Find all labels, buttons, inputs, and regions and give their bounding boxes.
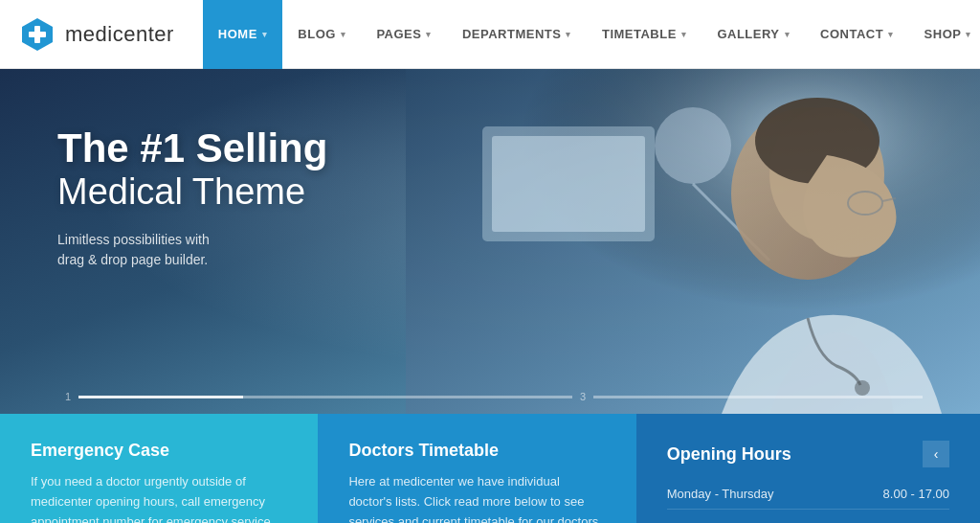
hours-title: Opening Hours	[667, 444, 791, 465]
emergency-text: If you need a doctor urgently outside of…	[31, 472, 287, 523]
emergency-title: Emergency Case	[31, 441, 287, 461]
hours-header: Opening Hours ‹	[667, 441, 949, 467]
hero-indicators: 1 3	[0, 391, 980, 402]
indicator-3: 3	[572, 391, 593, 402]
nav-item-pages[interactable]: PAGES ▾	[361, 0, 447, 69]
chevron-down-icon: ▾	[566, 30, 571, 39]
hero-title-bold: The #1 Selling	[57, 126, 327, 171]
indicator-line-4	[593, 396, 758, 398]
timetable-title: Doctors Timetable	[348, 441, 605, 461]
chevron-down-icon: ▾	[426, 30, 432, 39]
nav-item-blog[interactable]: BLOG ▾	[282, 0, 361, 69]
cards-row: Emergency Case If you need a doctor urge…	[0, 414, 980, 523]
chevron-down-icon: ▾	[888, 30, 894, 39]
chevron-down-icon: ▾	[966, 30, 971, 39]
logo-icon	[19, 16, 56, 53]
logo-text: medicenter	[65, 22, 174, 47]
chevron-down-icon: ▾	[341, 30, 346, 39]
indicator-line-2	[243, 396, 408, 398]
emergency-card: Emergency Case If you need a doctor urge…	[0, 414, 318, 523]
hours-row-1: Monday - Thursday 8.00 - 17.00	[667, 479, 949, 510]
timetable-card: Doctors Timetable Here at medicenter we …	[318, 414, 635, 523]
main-nav: HOME ▾ BLOG ▾ PAGES ▾ DEPARTMENTS ▾ TIME…	[203, 0, 980, 69]
indicator-line-3	[408, 396, 572, 398]
indicator-line-5	[758, 396, 923, 398]
chevron-down-icon: ▾	[785, 30, 791, 39]
nav-item-shop[interactable]: SHOP ▾	[909, 0, 980, 69]
svg-rect-6	[492, 136, 645, 232]
hours-card: Opening Hours ‹ Monday - Thursday 8.00 -…	[636, 414, 980, 523]
nav-item-departments[interactable]: DEPARTMENTS ▾	[447, 0, 587, 69]
indicator-line-1	[78, 396, 243, 398]
svg-rect-2	[29, 32, 46, 37]
chevron-down-icon: ▾	[262, 30, 268, 39]
hours-day-1: Monday - Thursday	[667, 487, 774, 501]
hours-time-1: 8.00 - 17.00	[883, 487, 949, 501]
hero-section: The #1 Selling Medical Theme Limitless p…	[0, 69, 980, 414]
hero-content: The #1 Selling Medical Theme Limitless p…	[57, 126, 327, 270]
hero-doctor-image	[406, 69, 980, 414]
hours-back-button[interactable]: ‹	[923, 441, 949, 467]
nav-item-gallery[interactable]: GALLERY ▾	[702, 0, 805, 69]
indicator-1: 1	[57, 391, 78, 402]
nav-item-contact[interactable]: CONTACT ▾	[805, 0, 909, 69]
hero-title-light: Medical Theme	[57, 171, 327, 215]
chevron-left-icon: ‹	[934, 446, 939, 462]
timetable-text: Here at medicenter we have individual do…	[348, 472, 605, 523]
logo[interactable]: medicenter	[19, 16, 174, 53]
nav-item-home[interactable]: HOME ▾	[203, 0, 283, 69]
hero-subtitle: Limitless possibilities withdrag & drop …	[57, 230, 327, 270]
nav-item-timetable[interactable]: TIMETABLE ▾	[587, 0, 702, 69]
chevron-down-icon: ▾	[681, 30, 687, 39]
svg-point-7	[655, 107, 731, 184]
header: medicenter HOME ▾ BLOG ▾ PAGES ▾ DEPARTM…	[0, 0, 980, 69]
